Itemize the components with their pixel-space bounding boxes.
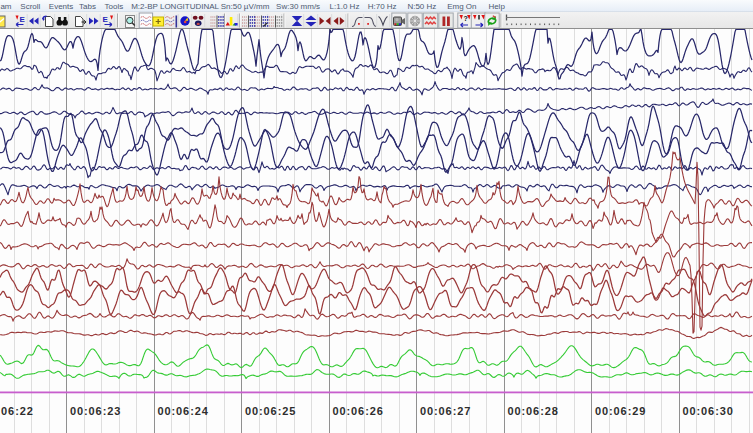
svg-text:E: E	[103, 14, 109, 23]
svg-text:?: ?	[463, 15, 467, 22]
svg-text:E: E	[20, 14, 26, 23]
